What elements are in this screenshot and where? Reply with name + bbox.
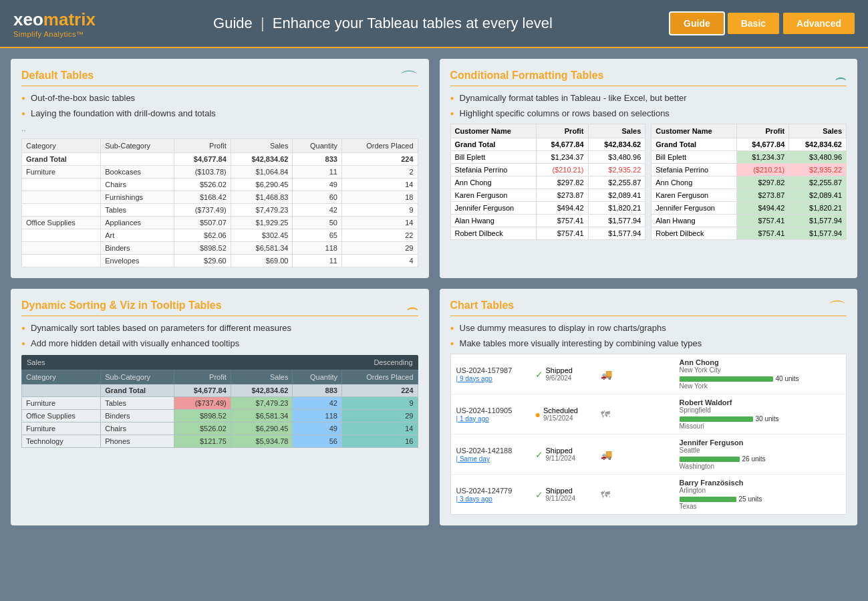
col-sales: Sales xyxy=(588,124,645,138)
cell: Appliances xyxy=(101,217,174,229)
table-row: Robert Dilbeck $757.41 $1,577.94 xyxy=(450,227,645,240)
city-3: Seattle xyxy=(680,447,841,454)
cell: 9 xyxy=(341,397,418,410)
chart-row-1: US-2024-157987 | 9 days ago ✓ Shipped 9/… xyxy=(451,354,847,394)
cell: 50 xyxy=(293,217,342,229)
order-id-4: US-2024-124779 | 3 days ago xyxy=(456,487,530,503)
customer-1: Ann Chong xyxy=(680,358,841,366)
col-quantity: Quantity xyxy=(293,370,342,384)
cell: $273.87 xyxy=(536,189,588,202)
table-row: Bill Eplett $1,234.37 $3,480.96 xyxy=(450,151,645,164)
bar-container-4: 25 units xyxy=(680,495,841,503)
cell: ($737.49) xyxy=(174,204,231,217)
state-3: Washington xyxy=(680,463,841,470)
cell: $4,677.84 xyxy=(174,153,231,166)
cell: 9 xyxy=(341,204,418,217)
cell: Chairs xyxy=(101,178,174,191)
status-3: ✓ Shipped 9/11/2024 xyxy=(535,447,595,462)
cell: Ann Chong xyxy=(652,176,737,189)
cell: $42,834.62 xyxy=(231,384,293,397)
table-row: Binders $898.52 $6,581.34 118 29 xyxy=(22,242,418,255)
cell: Office Supplies xyxy=(22,410,101,423)
cell: 11 xyxy=(293,255,342,267)
cell: $898.52 xyxy=(174,410,231,423)
table-row: Envelopes $29.60 $69.00 11 4 xyxy=(22,255,418,267)
cell: $1,234.37 xyxy=(737,151,789,164)
cell: $62.06 xyxy=(174,229,231,242)
chart-bullet-2: Make tables more visually interesting by… xyxy=(450,338,847,348)
table-row: Stefania Perrino ($210.21) $2,935.22 xyxy=(652,164,847,176)
cell: Technology xyxy=(22,435,101,448)
cell xyxy=(22,229,101,242)
customer-3: Jennifer Ferguson xyxy=(680,439,841,447)
cell: 224 xyxy=(341,153,418,166)
table-row: Chairs $526.02 $6,290.45 49 14 xyxy=(22,178,418,191)
table-row: Office Supplies Binders $898.52 $6,581.3… xyxy=(22,410,418,423)
table-row: Grand Total $4,677.84 $42,834.62 xyxy=(652,138,847,151)
cell: $4,677.84 xyxy=(174,384,231,397)
state-2: Missouri xyxy=(680,423,841,430)
cell: Ann Chong xyxy=(450,176,536,189)
cell: $1,577.94 xyxy=(588,215,645,227)
location-3: 🚚 xyxy=(601,449,674,460)
cell xyxy=(22,204,101,217)
default-tables-title: Default Tables xyxy=(21,70,418,86)
cell: $1,820.21 xyxy=(588,202,645,215)
table-row: Karen Ferguson $273.87 $2,089.41 xyxy=(450,189,645,202)
logo-area: xeomatrix Simplify Analytics™ xyxy=(13,9,96,38)
status-date-4: 9/11/2024 xyxy=(546,495,576,502)
city-2: Springfield xyxy=(680,406,841,414)
bar-area-3: Jennifer Ferguson Seattle 26 units Washi… xyxy=(680,439,841,470)
customer-2: Robert Waldorf xyxy=(680,398,841,406)
col-sales: Sales xyxy=(231,139,293,153)
dynamic-sorting-title: Dynamic Sorting & Viz in Tooltip Tables xyxy=(21,299,418,316)
cf-bullet-1: Dynamically format tables in Tableau - l… xyxy=(450,93,847,103)
title-guide: Guide xyxy=(213,15,253,31)
cell: $898.52 xyxy=(174,242,231,255)
state-1: New York xyxy=(680,382,841,390)
cell: ($737.49) xyxy=(174,397,231,410)
nav-basic-button[interactable]: Basic xyxy=(728,13,779,34)
cell: Jennifer Ferguson xyxy=(652,202,737,215)
sort-header-left: Sales xyxy=(27,358,374,366)
status-date-3: 9/11/2024 xyxy=(546,455,576,462)
header-title: Guide | Enhance your Tableau tables at e… xyxy=(96,15,670,32)
cell: 29 xyxy=(341,242,418,255)
col-orders: Orders Placed xyxy=(341,370,418,384)
cell: $4,677.84 xyxy=(737,138,789,151)
cell: $6,581.34 xyxy=(231,242,293,255)
header: xeomatrix Simplify Analytics™ Guide | En… xyxy=(0,0,868,48)
order-link-2[interactable]: | 1 day ago xyxy=(456,415,489,423)
cell: Bill Eplett xyxy=(652,151,737,164)
cell: 4 xyxy=(341,255,418,267)
order-link-4[interactable]: | 3 days ago xyxy=(456,495,492,503)
cell: 11 xyxy=(293,166,342,178)
table-row: Furniture Tables ($737.49) $7,479.23 42 … xyxy=(22,397,418,410)
cell: $6,290.45 xyxy=(231,423,293,435)
state-4: Texas xyxy=(680,503,841,510)
col-profit: Profit xyxy=(737,124,789,138)
cell: Tables xyxy=(101,204,174,217)
cell: $3,480.96 xyxy=(789,151,847,164)
chart-tables-card: Chart Tables ⌒ Use dummy measures to dis… xyxy=(440,289,858,525)
cell: 49 xyxy=(293,423,342,435)
cell: Grand Total xyxy=(101,384,174,397)
cell xyxy=(101,153,174,166)
nav-advanced-button[interactable]: Advanced xyxy=(783,13,855,34)
order-link-1[interactable]: | 9 days ago xyxy=(456,375,492,382)
status-1: ✓ Shipped 9/6/2024 xyxy=(535,366,595,382)
cell: $507.07 xyxy=(174,217,231,229)
cell: Furniture xyxy=(22,397,101,410)
cell: Robert Dilbeck xyxy=(450,227,536,240)
default-tables-card: Default Tables ⌒ Out-of-the-box basic ta… xyxy=(11,59,429,278)
cell: Tables xyxy=(101,397,174,410)
location-2: 🗺 xyxy=(601,409,674,420)
cell xyxy=(22,384,101,397)
order-link-3[interactable]: | Same day xyxy=(456,455,490,463)
cell: 883 xyxy=(293,384,342,397)
nav-guide-button[interactable]: Guide xyxy=(670,13,724,34)
cell: $297.82 xyxy=(536,176,588,189)
location-4: 🗺 xyxy=(601,489,674,500)
cell: Grand Total xyxy=(450,138,536,151)
status-label-3: Shipped xyxy=(546,447,576,455)
